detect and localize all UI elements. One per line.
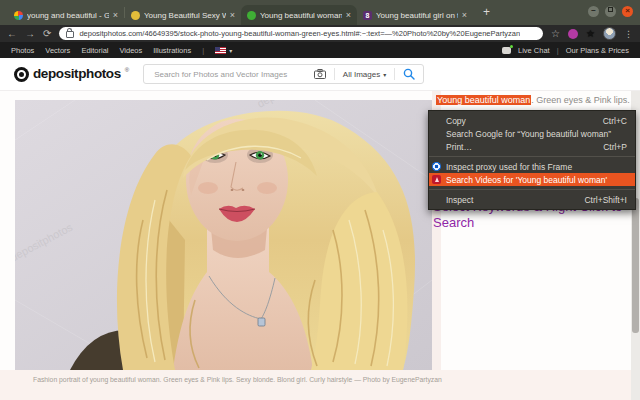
menu-item-label: Inspect proxy used for this Frame [446,162,572,172]
camera-search-icon[interactable] [314,69,326,79]
browser-menu-icon[interactable]: ⋮ [624,29,633,39]
search-divider [394,68,395,80]
language-selector[interactable]: ▾ [215,47,232,54]
menu-item-inspect-proxy[interactable]: Inspect proxy used for this Frame [429,160,635,173]
browser-toolbar: ← → ⟳ depositphotos.com/46649395/stock-p… [0,25,640,42]
toolbar-right: ☆ ★ ⋮ [551,27,633,40]
menu-item-copy[interactable]: Copy Ctrl+C [429,114,635,127]
tab-strip: young and beautiful - Goo × Young Beauti… [8,0,490,25]
tab-sexy-woman[interactable]: Young Beautiful Sexy Wo × [125,5,241,25]
menu-item-inspect[interactable]: Inspect Ctrl+Shift+I [429,193,635,206]
search-input[interactable] [152,69,306,80]
menu-item-label: Print… [446,142,472,152]
chevron-down-icon: ▾ [229,47,232,54]
bookmark-star-icon[interactable]: ☆ [551,28,560,39]
tab-title: young and beautiful - Goo [27,11,109,20]
menu-separator [429,156,635,157]
nav-link-illustrations[interactable]: Illustrations [153,46,191,55]
reload-icon[interactable]: ⟳ [43,29,51,39]
menu-shortcut: Ctrl+C [595,116,627,126]
video-search-extension-icon [432,175,441,184]
site-nav: Photos Vectors Editorial Videos Illustra… [0,42,640,58]
all-images-dropdown[interactable]: All Images ▾ [343,70,386,79]
close-tab-icon[interactable]: × [462,10,467,20]
google-favicon [14,11,23,20]
window-controls: − × [588,6,633,17]
depositphotos-logo[interactable]: depositphotos ® [14,66,129,82]
menu-item-label: Copy [446,116,466,126]
menu-item-search-google[interactable]: Search Google for “Young beautiful woman… [429,127,635,140]
menu-separator [429,189,635,190]
live-chat-icon [502,47,511,54]
scrollbar-thumb[interactable] [632,198,639,333]
lock-icon [66,31,74,38]
extension-purple-icon[interactable] [568,29,578,39]
depositphotos-favicon [247,11,256,20]
logo-text: depositphotos [33,66,121,81]
us-flag-icon [215,47,226,54]
registered-mark: ® [125,67,129,73]
stock-photo-woman: depositphotos depositphotos depositphoto… [15,100,432,370]
close-tab-icon[interactable]: × [230,10,235,20]
close-tab-icon[interactable]: × [113,10,118,20]
menu-shortcut: Ctrl+Shift+I [576,195,627,205]
heading-rest: . Green eyes & Pink lips. [531,95,630,105]
tab-title: Young beautiful girl on th [376,11,458,20]
menu-item-search-videos[interactable]: Search Videos for 'Young beautiful woman… [429,173,635,186]
all-images-label: All Images [343,70,380,79]
search-submit-icon[interactable] [403,68,415,80]
url-text[interactable]: depositphotos.com/46649395/stock-photo-y… [79,29,520,38]
profile-avatar[interactable] [603,27,616,40]
photo-caption: Fashion portrait of young beautiful woma… [33,376,442,383]
back-icon[interactable]: ← [7,29,17,39]
page-content: depositphotos depositphotos depositphoto… [0,91,640,400]
plans-prices-link[interactable]: Our Plans & Prices [566,46,629,55]
minimize-button[interactable]: − [588,6,599,17]
maximize-button[interactable] [605,6,616,17]
menu-item-label: Inspect [446,195,473,205]
proxy-extension-icon [432,162,441,171]
search-divider [334,68,335,80]
chevron-down-icon: ▾ [383,71,386,78]
extension-dark-icon[interactable]: ★ [586,28,595,39]
address-bar[interactable]: depositphotos.com/46649395/stock-photo-y… [59,27,543,40]
nav-link-photos[interactable]: Photos [11,46,34,55]
stock-photo-illustration: depositphotos depositphotos depositphoto… [15,100,432,370]
new-tab-button[interactable]: + [483,5,490,21]
nav-link-videos[interactable]: Videos [119,46,142,55]
context-menu: Copy Ctrl+C Search Google for “Young bea… [428,110,636,210]
tab-title: Young beautiful woman. S [260,11,342,20]
menu-shortcut: Ctrl+P [595,142,627,152]
nav-link-editorial[interactable]: Editorial [81,46,108,55]
window-titlebar: young and beautiful - Goo × Young Beauti… [0,0,640,25]
forward-icon[interactable]: → [25,29,35,39]
menu-item-print[interactable]: Print… Ctrl+P [429,140,635,153]
site-nav-right: Live Chat | Our Plans & Prices [502,46,629,55]
search-bar[interactable]: All Images ▾ [143,64,424,84]
tab-beautiful-girl[interactable]: 8 Young beautiful girl on th × [357,5,473,25]
tab-google-search[interactable]: young and beautiful - Goo × [8,5,124,25]
tab-depositphotos-active[interactable]: Young beautiful woman. S × [241,5,357,25]
tab-title: Young Beautiful Sexy Wo [144,11,226,20]
live-chat-link[interactable]: Live Chat [518,46,550,55]
close-tab-icon[interactable]: × [346,10,351,20]
nav-divider: | [557,46,559,55]
numbered-favicon: 8 [363,11,372,20]
close-window-button[interactable]: × [622,6,633,17]
page-background-strip [0,370,631,400]
site-favicon [131,11,140,20]
nav-link-vectors[interactable]: Vectors [45,46,70,55]
site-search-header: depositphotos ® All Images ▾ [0,58,640,91]
nav-divider: | [202,46,204,55]
menu-item-label: Search Videos for 'Young beautiful woman… [446,175,607,185]
menu-item-label: Search Google for “Young beautiful woman… [446,129,611,139]
selected-text[interactable]: Young beautiful woman [436,95,531,105]
image-title: Young beautiful woman. Green eyes & Pink… [436,95,630,105]
depositphotos-logo-icon [14,67,29,82]
